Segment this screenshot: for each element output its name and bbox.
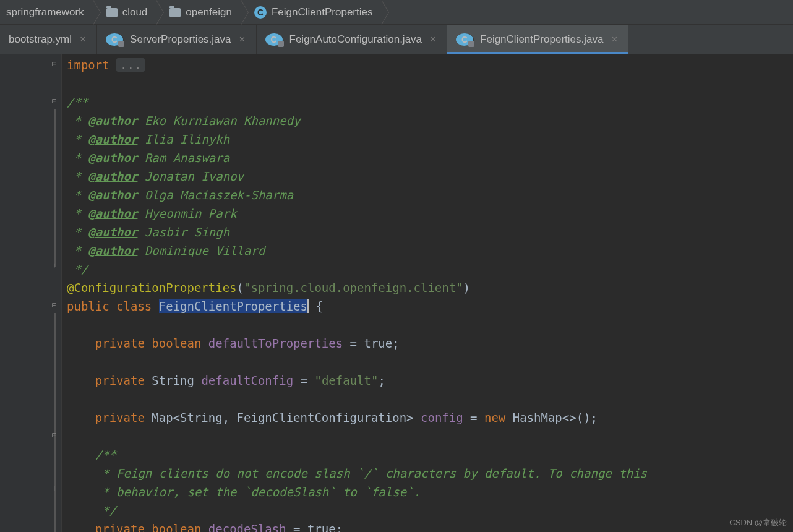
breadcrumb-label: cloud <box>122 6 148 19</box>
breadcrumb-item-springframework[interactable]: springframework <box>0 0 93 24</box>
close-icon[interactable]: × <box>609 33 619 46</box>
kw-import: import <box>67 58 109 72</box>
author-tag: @author <box>88 151 137 165</box>
kw-private: private <box>95 374 145 387</box>
javadoc-open: /** <box>67 95 88 109</box>
field-name: defaultConfig <box>201 374 293 387</box>
field-name: defaultToProperties <box>208 337 343 350</box>
javadoc-line: * Feign clients do not encode slash `/` … <box>95 466 647 480</box>
kw-public: public <box>67 299 109 313</box>
kw-private: private <box>95 522 145 532</box>
breadcrumb-label: openfeign <box>186 6 232 19</box>
javadoc-star: * <box>67 114 81 127</box>
javadoc-close: */ <box>67 262 88 276</box>
tab-feignautoconfig[interactable]: C FeignAutoConfiguration.java × <box>257 25 448 54</box>
close-icon[interactable]: × <box>428 33 438 46</box>
folded-ellipsis[interactable]: ... <box>116 58 145 72</box>
fold-end-icon[interactable]: └ <box>50 264 59 272</box>
string-literal: "default" <box>314 374 378 387</box>
class-icon: C <box>265 33 283 46</box>
fold-icon[interactable]: ⊟ <box>50 301 59 309</box>
javadoc-star: * <box>67 188 81 202</box>
breadcrumb-label: FeignClientProperties <box>272 6 372 19</box>
type: Map<String, FeignClientConfiguration> <box>152 411 413 424</box>
fold-end-icon[interactable]: └ <box>50 486 59 495</box>
assign: = <box>293 374 314 387</box>
author-name: Ilia Ilinykh <box>145 132 229 146</box>
class-name-highlighted: FeignClientProperties <box>159 299 307 313</box>
tab-label: FeignClientProperties.java <box>480 33 603 46</box>
kw-boolean: boolean <box>152 522 201 532</box>
author-tag: @author <box>88 225 137 239</box>
author-tag: @author <box>88 188 137 202</box>
author-tag: @author <box>88 244 137 257</box>
breadcrumb: springframework cloud openfeign C FeignC… <box>0 0 793 25</box>
javadoc-star: * <box>67 169 81 183</box>
tab-serverproperties[interactable]: C ServerProperties.java × <box>97 25 256 54</box>
javadoc-star: * <box>67 244 81 257</box>
kw-boolean: boolean <box>152 337 201 350</box>
watermark: CSDN @拿破轮 <box>729 517 787 528</box>
type: String <box>152 374 194 387</box>
class-icon: C <box>106 33 124 46</box>
javadoc-open: /** <box>95 448 116 461</box>
javadoc-line: * behavior, set the `decodeSlash` to `fa… <box>95 485 421 499</box>
code-editor[interactable]: ⊞ ⊟ └ ⊟ ⊟ └ import ... /** * @author Eko… <box>0 54 793 532</box>
expand-icon[interactable]: ⊞ <box>50 59 59 68</box>
author-tag: @author <box>88 207 137 220</box>
assignment: = true; <box>343 337 400 350</box>
javadoc-close: */ <box>95 504 116 517</box>
author-name: Hyeonmin Park <box>145 207 237 220</box>
tab-bootstrap[interactable]: bootstrap.yml × <box>0 25 97 54</box>
author-name: Ram Anaswara <box>145 151 229 165</box>
field-name: decodeSlash <box>208 522 286 532</box>
folder-icon <box>169 8 181 17</box>
class-icon: C <box>456 33 474 46</box>
author-tag: @author <box>88 169 137 183</box>
ctor: HashMap<>(); <box>505 411 598 424</box>
code-content[interactable]: import ... /** * @author Eko Kurniawan K… <box>62 54 647 532</box>
annotation-value: "spring.cloud.openfeign.client" <box>244 281 463 294</box>
kw-class: class <box>116 299 152 313</box>
fold-icon[interactable]: ⊟ <box>50 97 59 105</box>
javadoc-star: * <box>67 225 81 239</box>
fold-icon[interactable]: ⊟ <box>50 431 59 439</box>
author-name: Dominique Villard <box>145 244 265 257</box>
javadoc-star: * <box>67 132 81 146</box>
javadoc-star: * <box>67 151 81 165</box>
kw-new: new <box>484 411 505 424</box>
class-icon: C <box>254 6 267 19</box>
breadcrumb-item-cloud[interactable]: cloud <box>93 0 156 24</box>
breadcrumb-item-openfeign[interactable]: openfeign <box>156 0 241 24</box>
author-name: Eko Kurniawan Khannedy <box>145 114 301 127</box>
kw-private: private <box>95 411 145 424</box>
tab-feignclientproperties[interactable]: C FeignClientProperties.java × <box>447 25 628 54</box>
author-tag: @author <box>88 132 137 146</box>
gutter[interactable]: ⊞ ⊟ └ ⊟ ⊟ └ <box>0 54 62 532</box>
annotation: @ConfigurationProperties <box>67 281 237 294</box>
fold-line <box>54 313 56 532</box>
brace: { <box>309 299 323 313</box>
author-name: Jasbir Singh <box>145 225 229 239</box>
javadoc-star: * <box>67 207 81 220</box>
author-name: Olga Maciaszek-Sharma <box>145 188 293 202</box>
breadcrumb-label: springframework <box>6 6 84 19</box>
close-icon[interactable]: × <box>78 33 88 46</box>
author-tag: @author <box>88 114 137 127</box>
folder-icon <box>106 8 118 17</box>
breadcrumb-item-class[interactable]: C FeignClientProperties <box>241 0 381 24</box>
assignment: = true; <box>286 522 343 532</box>
tab-label: bootstrap.yml <box>9 33 72 46</box>
tab-bar: bootstrap.yml × C ServerProperties.java … <box>0 25 793 54</box>
kw-private: private <box>95 337 145 350</box>
tab-label: ServerProperties.java <box>130 33 231 46</box>
fold-line <box>54 109 56 267</box>
close-icon[interactable]: × <box>238 33 247 46</box>
tab-label: FeignAutoConfiguration.java <box>289 33 422 46</box>
field-name: config <box>421 411 463 424</box>
author-name: Jonatan Ivanov <box>145 169 244 183</box>
